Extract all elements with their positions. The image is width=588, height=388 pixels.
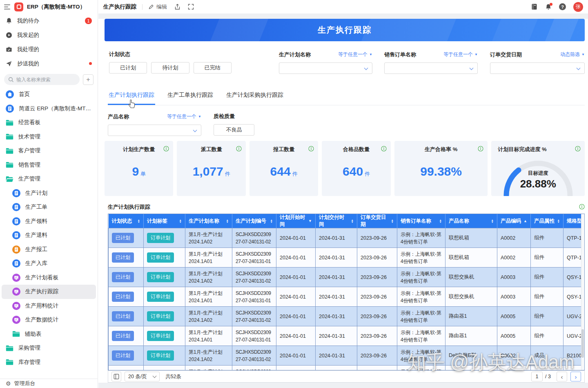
filter-delivery-date: 订单交货日期 动态筛选▼ [490, 51, 585, 74]
table-row[interactable]: 已计划订单计划第1月-生产计划 2024.1A02SCJHXSDD2309 27… [109, 228, 585, 248]
info-icon[interactable] [381, 146, 387, 153]
sort-icon[interactable]: ▲▼ [224, 219, 229, 223]
table-row[interactable]: 已计划订单计划第1月-生产计划 2024.1A01SCJHXSDD2309 27… [109, 366, 585, 371]
plan-name-select[interactable] [279, 62, 372, 74]
sidebar-item[interactable]: 技术管理 [2, 130, 96, 144]
sidebar-item[interactable]: 生产计划 [2, 186, 96, 201]
sort-icon[interactable]: ▲▼ [349, 219, 354, 223]
delivery-date-select[interactable] [490, 62, 585, 74]
cell-product: Dell电脑B型 [445, 366, 497, 371]
column-header[interactable]: 销售订单名称▲▼ [397, 214, 445, 228]
filter-plan-name: 生产计划名称 等于任意一个▼ [279, 51, 372, 74]
product-name-select[interactable] [108, 125, 201, 136]
scrollbar-thumb[interactable] [581, 329, 584, 358]
share-icon[interactable] [174, 4, 180, 10]
sort-icon[interactable]: ▲▼ [555, 219, 560, 223]
operator-link[interactable]: 等于任意一个▼ [443, 51, 478, 58]
sort-icon[interactable]: ▼ [306, 219, 312, 223]
sidebar-menu-item[interactable]: 我的待办1 [0, 13, 98, 28]
info-icon[interactable] [478, 146, 483, 153]
sort-icon[interactable]: ▲▼ [389, 219, 394, 223]
column-header[interactable]: 计划标签▲▼ [144, 214, 185, 228]
sidebar-item[interactable]: 库存管理 [2, 355, 96, 370]
info-icon[interactable] [575, 146, 581, 153]
sort-icon[interactable]: ▲▼ [268, 219, 273, 223]
sidebar-item[interactable]: 采购管理 [2, 341, 96, 355]
sidebar-item[interactable]: 生产领料 [2, 214, 96, 229]
hamburger-icon[interactable] [4, 4, 11, 10]
operator-link[interactable]: 等于任意一个▼ [338, 51, 372, 58]
table-row[interactable]: 已计划订单计划第1月-生产计划 2024.1A02SCJHXSDD2309 27… [109, 307, 585, 326]
column-header[interactable]: 订单交货日期▲▼ [357, 214, 397, 228]
fullscreen-icon[interactable] [188, 4, 194, 10]
sidebar-menu-item[interactable]: 我发起的 [0, 28, 98, 42]
search-box[interactable] [4, 74, 80, 85]
contacts-icon[interactable] [531, 3, 538, 10]
operator-link[interactable]: 动态筛选▼ [560, 51, 585, 58]
column-header[interactable]: 计划开始时间▼ [276, 214, 316, 228]
column-header[interactable]: 计划状态▲▼ [109, 214, 144, 228]
column-header[interactable]: 产品属性▲▼ [531, 214, 564, 228]
sort-icon[interactable]: ▲▼ [135, 219, 140, 223]
tab-active[interactable]: 生产计划执行跟踪 [108, 91, 155, 105]
page-size-select[interactable]: 20 条/页 [125, 372, 160, 381]
sidebar-item[interactable]: 销售管理 [2, 158, 96, 172]
column-header[interactable]: 产品编码▲ [497, 214, 531, 228]
sidebar-item[interactable]: 生产工单 [2, 200, 96, 214]
vertical-scrollbar[interactable] [581, 214, 584, 370]
next-page-button[interactable]: › [570, 372, 581, 381]
sort-icon[interactable]: ▲▼ [437, 219, 442, 223]
sidebar-item[interactable]: 生产入库 [2, 256, 96, 271]
sidebar-menu-item[interactable]: 我处理的 [0, 42, 98, 56]
sidebar-item[interactable]: 生产报工 [2, 243, 96, 257]
info-icon[interactable] [236, 146, 242, 153]
search-input[interactable] [16, 77, 76, 83]
edit-button[interactable]: 编辑 [148, 3, 167, 11]
sidebar-item[interactable]: 经营看板 [2, 116, 96, 130]
sidebar-item[interactable]: 客户管理 [2, 144, 96, 158]
sidebar-item[interactable]: 生产计划看板 [2, 271, 96, 285]
sidebar-item[interactable]: 生产用料统计 [2, 299, 96, 313]
sort-icon[interactable]: ▲▼ [177, 219, 182, 223]
sidebar-item[interactable]: 生产管理 [2, 172, 96, 186]
plan-status-button[interactable]: 待计划 [151, 62, 189, 74]
info-icon[interactable] [308, 146, 314, 153]
sidebar-item[interactable]: 辅助表 [2, 327, 96, 341]
page-input[interactable] [531, 372, 543, 381]
plan-status-button[interactable]: 已计划 [109, 62, 147, 74]
table-row[interactable]: 已计划订单计划第1月-生产计划 2024.1A02SCJHXSDD2309 27… [109, 346, 585, 366]
add-app-button[interactable]: + [83, 74, 94, 85]
sort-icon[interactable]: ▲ [521, 219, 527, 223]
prev-page-button[interactable]: ‹ [557, 372, 567, 381]
admin-backend-link[interactable]: ⚙ 管理后台 [0, 379, 98, 388]
column-header[interactable]: 生产计划名称▲▼ [185, 214, 232, 228]
sidebar-item[interactable]: 生产数据统计 [2, 313, 96, 327]
sidebar-item[interactable]: 生产执行跟踪 [2, 285, 96, 299]
column-settings-button[interactable] [111, 372, 121, 381]
column-header[interactable]: 生产计划编号▲▼ [232, 214, 276, 228]
tab-item[interactable]: 生产工单执行跟踪 [167, 91, 214, 105]
sidebar-item[interactable]: 简道云 ERP（离散制造-MTO）... [2, 102, 96, 116]
nav-label: 客户管理 [18, 147, 40, 154]
help-icon[interactable]: ? [559, 3, 566, 10]
table-row[interactable]: 已计划订单计划第1月-生产计划 2024.1A02SCJHXSDD2309 27… [109, 268, 585, 287]
sidebar-menu-item[interactable]: 抄送我的 [0, 56, 98, 71]
tab-item[interactable]: 生产计划采购执行跟踪 [225, 91, 284, 105]
sales-order-select[interactable] [384, 62, 478, 74]
sidebar-item[interactable]: 首页 [2, 87, 96, 102]
stat-unit: 单 [140, 171, 146, 177]
table-row[interactable]: 已计划订单计划第1月-生产计划 2024.1A01SCJHXSDD2309 27… [109, 326, 585, 346]
table-row[interactable]: 已计划订单计划第1月-生产计划 2024.1A01SCJHXSDD2309 27… [109, 287, 585, 307]
sort-icon[interactable]: ▲▼ [489, 219, 494, 223]
sidebar-item[interactable]: 生产退料 [2, 228, 96, 243]
operator-link[interactable]: 等于任意一个▼ [167, 113, 201, 120]
plan-status-button[interactable]: 已完结 [194, 62, 232, 74]
user-avatar[interactable]: 张 [573, 2, 583, 12]
column-header[interactable]: 计划交付时间▲▼ [316, 214, 357, 228]
quality-button[interactable]: 不良品 [214, 124, 254, 136]
notification-bell-icon[interactable] [545, 4, 552, 10]
column-header[interactable]: 产品名称▲▼ [445, 214, 497, 228]
info-icon[interactable] [579, 204, 585, 211]
table-row[interactable]: 已计划订单计划第1月-生产计划 2024.1A01SCJHXSDD2309 27… [109, 248, 585, 268]
info-icon[interactable] [163, 146, 169, 153]
